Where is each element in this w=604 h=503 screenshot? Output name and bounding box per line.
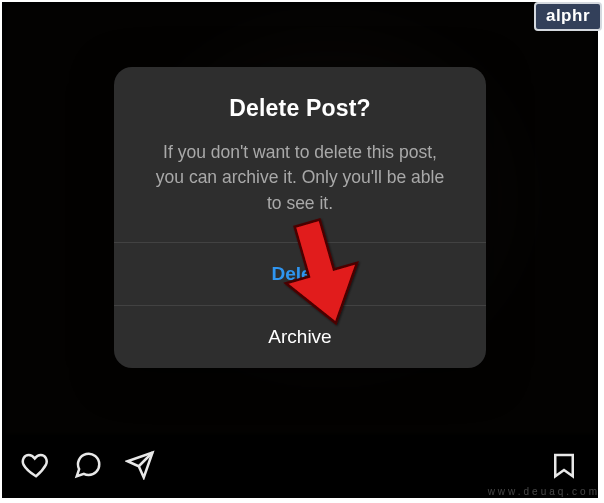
screenshot-frame: Delete Post? If you don't want to delete… <box>2 2 598 498</box>
delete-post-modal: Delete Post? If you don't want to delete… <box>114 67 486 368</box>
bookmark-icon[interactable] <box>547 448 581 482</box>
paper-plane-icon[interactable] <box>123 448 157 482</box>
modal-message: If you don't want to delete this post, y… <box>114 130 486 242</box>
source-badge: alphr <box>534 2 602 31</box>
heart-icon[interactable] <box>19 448 53 482</box>
watermark-text: www.deuaq.com <box>488 486 600 497</box>
archive-button[interactable]: Archive <box>114 306 486 368</box>
comment-icon[interactable] <box>71 448 105 482</box>
modal-title: Delete Post? <box>144 95 456 122</box>
modal-header: Delete Post? <box>114 67 486 130</box>
delete-button[interactable]: Delete <box>114 243 486 305</box>
